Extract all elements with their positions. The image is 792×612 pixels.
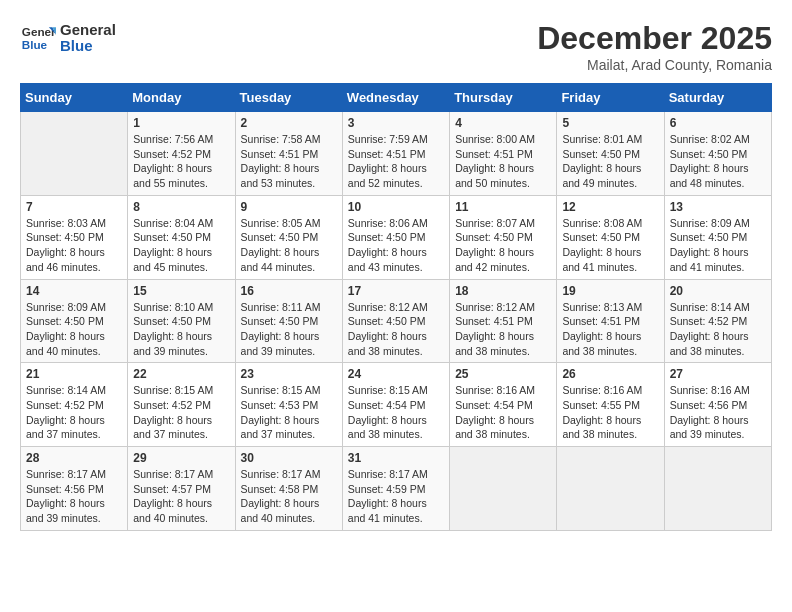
day-number: 13 xyxy=(670,200,766,214)
calendar-cell xyxy=(21,112,128,196)
logo: General Blue General Blue xyxy=(20,20,116,56)
day-info: Sunrise: 7:58 AMSunset: 4:51 PMDaylight:… xyxy=(241,132,337,191)
day-info: Sunrise: 8:16 AMSunset: 4:54 PMDaylight:… xyxy=(455,383,551,442)
day-info: Sunrise: 8:14 AMSunset: 4:52 PMDaylight:… xyxy=(670,300,766,359)
calendar-cell: 22Sunrise: 8:15 AMSunset: 4:52 PMDayligh… xyxy=(128,363,235,447)
calendar-cell: 20Sunrise: 8:14 AMSunset: 4:52 PMDayligh… xyxy=(664,279,771,363)
location-title: Mailat, Arad County, Romania xyxy=(537,57,772,73)
calendar-cell: 10Sunrise: 8:06 AMSunset: 4:50 PMDayligh… xyxy=(342,195,449,279)
calendar-cell: 2Sunrise: 7:58 AMSunset: 4:51 PMDaylight… xyxy=(235,112,342,196)
calendar-cell xyxy=(450,447,557,531)
day-info: Sunrise: 8:06 AMSunset: 4:50 PMDaylight:… xyxy=(348,216,444,275)
weekday-header-thursday: Thursday xyxy=(450,84,557,112)
weekday-header-tuesday: Tuesday xyxy=(235,84,342,112)
day-info: Sunrise: 8:13 AMSunset: 4:51 PMDaylight:… xyxy=(562,300,658,359)
day-info: Sunrise: 8:10 AMSunset: 4:50 PMDaylight:… xyxy=(133,300,229,359)
title-area: December 2025 Mailat, Arad County, Roman… xyxy=(537,20,772,73)
logo-blue: Blue xyxy=(60,38,116,55)
svg-text:Blue: Blue xyxy=(22,38,48,51)
day-number: 2 xyxy=(241,116,337,130)
logo-general: General xyxy=(60,22,116,39)
calendar-cell: 4Sunrise: 8:00 AMSunset: 4:51 PMDaylight… xyxy=(450,112,557,196)
day-number: 26 xyxy=(562,367,658,381)
calendar-cell: 3Sunrise: 7:59 AMSunset: 4:51 PMDaylight… xyxy=(342,112,449,196)
calendar-cell: 23Sunrise: 8:15 AMSunset: 4:53 PMDayligh… xyxy=(235,363,342,447)
calendar-cell: 1Sunrise: 7:56 AMSunset: 4:52 PMDaylight… xyxy=(128,112,235,196)
day-info: Sunrise: 8:09 AMSunset: 4:50 PMDaylight:… xyxy=(26,300,122,359)
logo-icon: General Blue xyxy=(20,20,56,56)
calendar-cell: 15Sunrise: 8:10 AMSunset: 4:50 PMDayligh… xyxy=(128,279,235,363)
day-info: Sunrise: 7:59 AMSunset: 4:51 PMDaylight:… xyxy=(348,132,444,191)
day-info: Sunrise: 8:02 AMSunset: 4:50 PMDaylight:… xyxy=(670,132,766,191)
day-number: 8 xyxy=(133,200,229,214)
calendar-cell: 11Sunrise: 8:07 AMSunset: 4:50 PMDayligh… xyxy=(450,195,557,279)
calendar-cell: 18Sunrise: 8:12 AMSunset: 4:51 PMDayligh… xyxy=(450,279,557,363)
calendar-cell: 19Sunrise: 8:13 AMSunset: 4:51 PMDayligh… xyxy=(557,279,664,363)
calendar-cell: 12Sunrise: 8:08 AMSunset: 4:50 PMDayligh… xyxy=(557,195,664,279)
calendar-cell xyxy=(557,447,664,531)
day-info: Sunrise: 8:16 AMSunset: 4:56 PMDaylight:… xyxy=(670,383,766,442)
day-number: 15 xyxy=(133,284,229,298)
day-number: 24 xyxy=(348,367,444,381)
calendar-cell: 25Sunrise: 8:16 AMSunset: 4:54 PMDayligh… xyxy=(450,363,557,447)
calendar-cell: 13Sunrise: 8:09 AMSunset: 4:50 PMDayligh… xyxy=(664,195,771,279)
calendar-cell: 7Sunrise: 8:03 AMSunset: 4:50 PMDaylight… xyxy=(21,195,128,279)
day-number: 20 xyxy=(670,284,766,298)
day-number: 11 xyxy=(455,200,551,214)
day-info: Sunrise: 8:17 AMSunset: 4:58 PMDaylight:… xyxy=(241,467,337,526)
day-info: Sunrise: 8:17 AMSunset: 4:56 PMDaylight:… xyxy=(26,467,122,526)
calendar-cell xyxy=(664,447,771,531)
day-number: 31 xyxy=(348,451,444,465)
weekday-header-monday: Monday xyxy=(128,84,235,112)
day-info: Sunrise: 8:08 AMSunset: 4:50 PMDaylight:… xyxy=(562,216,658,275)
calendar-week-row: 1Sunrise: 7:56 AMSunset: 4:52 PMDaylight… xyxy=(21,112,772,196)
day-info: Sunrise: 8:15 AMSunset: 4:54 PMDaylight:… xyxy=(348,383,444,442)
day-info: Sunrise: 8:12 AMSunset: 4:51 PMDaylight:… xyxy=(455,300,551,359)
weekday-header-friday: Friday xyxy=(557,84,664,112)
day-number: 28 xyxy=(26,451,122,465)
calendar-cell: 24Sunrise: 8:15 AMSunset: 4:54 PMDayligh… xyxy=(342,363,449,447)
day-info: Sunrise: 8:17 AMSunset: 4:57 PMDaylight:… xyxy=(133,467,229,526)
calendar-cell: 9Sunrise: 8:05 AMSunset: 4:50 PMDaylight… xyxy=(235,195,342,279)
calendar-table: SundayMondayTuesdayWednesdayThursdayFrid… xyxy=(20,83,772,531)
calendar-cell: 29Sunrise: 8:17 AMSunset: 4:57 PMDayligh… xyxy=(128,447,235,531)
day-number: 18 xyxy=(455,284,551,298)
day-info: Sunrise: 8:15 AMSunset: 4:52 PMDaylight:… xyxy=(133,383,229,442)
calendar-cell: 5Sunrise: 8:01 AMSunset: 4:50 PMDaylight… xyxy=(557,112,664,196)
calendar-cell: 17Sunrise: 8:12 AMSunset: 4:50 PMDayligh… xyxy=(342,279,449,363)
day-info: Sunrise: 8:11 AMSunset: 4:50 PMDaylight:… xyxy=(241,300,337,359)
calendar-week-row: 21Sunrise: 8:14 AMSunset: 4:52 PMDayligh… xyxy=(21,363,772,447)
day-number: 23 xyxy=(241,367,337,381)
day-number: 3 xyxy=(348,116,444,130)
day-info: Sunrise: 8:17 AMSunset: 4:59 PMDaylight:… xyxy=(348,467,444,526)
day-info: Sunrise: 8:12 AMSunset: 4:50 PMDaylight:… xyxy=(348,300,444,359)
weekday-header-sunday: Sunday xyxy=(21,84,128,112)
day-info: Sunrise: 8:14 AMSunset: 4:52 PMDaylight:… xyxy=(26,383,122,442)
day-number: 14 xyxy=(26,284,122,298)
day-number: 6 xyxy=(670,116,766,130)
calendar-cell: 26Sunrise: 8:16 AMSunset: 4:55 PMDayligh… xyxy=(557,363,664,447)
calendar-cell: 27Sunrise: 8:16 AMSunset: 4:56 PMDayligh… xyxy=(664,363,771,447)
day-info: Sunrise: 7:56 AMSunset: 4:52 PMDaylight:… xyxy=(133,132,229,191)
calendar-body: 1Sunrise: 7:56 AMSunset: 4:52 PMDaylight… xyxy=(21,112,772,531)
day-number: 1 xyxy=(133,116,229,130)
day-number: 12 xyxy=(562,200,658,214)
calendar-cell: 28Sunrise: 8:17 AMSunset: 4:56 PMDayligh… xyxy=(21,447,128,531)
weekday-header-saturday: Saturday xyxy=(664,84,771,112)
calendar-cell: 30Sunrise: 8:17 AMSunset: 4:58 PMDayligh… xyxy=(235,447,342,531)
weekday-header-wednesday: Wednesday xyxy=(342,84,449,112)
weekday-row: SundayMondayTuesdayWednesdayThursdayFrid… xyxy=(21,84,772,112)
day-info: Sunrise: 8:15 AMSunset: 4:53 PMDaylight:… xyxy=(241,383,337,442)
calendar-cell: 16Sunrise: 8:11 AMSunset: 4:50 PMDayligh… xyxy=(235,279,342,363)
day-info: Sunrise: 8:05 AMSunset: 4:50 PMDaylight:… xyxy=(241,216,337,275)
calendar-cell: 31Sunrise: 8:17 AMSunset: 4:59 PMDayligh… xyxy=(342,447,449,531)
day-info: Sunrise: 8:00 AMSunset: 4:51 PMDaylight:… xyxy=(455,132,551,191)
day-number: 9 xyxy=(241,200,337,214)
calendar-cell: 14Sunrise: 8:09 AMSunset: 4:50 PMDayligh… xyxy=(21,279,128,363)
calendar-week-row: 7Sunrise: 8:03 AMSunset: 4:50 PMDaylight… xyxy=(21,195,772,279)
day-number: 4 xyxy=(455,116,551,130)
day-number: 21 xyxy=(26,367,122,381)
header: General Blue General Blue December 2025 … xyxy=(20,20,772,73)
day-number: 27 xyxy=(670,367,766,381)
day-number: 17 xyxy=(348,284,444,298)
